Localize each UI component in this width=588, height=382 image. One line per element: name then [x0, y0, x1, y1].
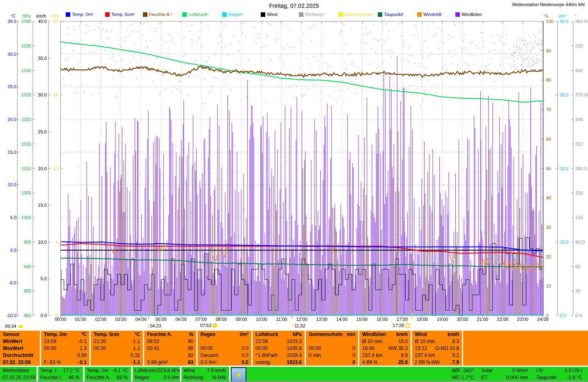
x-tick-label: 07:00: [192, 317, 210, 322]
degrees-tick-label: 300: [575, 68, 588, 73]
x-tick-label: 21:00: [473, 317, 492, 322]
hpa-tick-label: 1020: [16, 117, 31, 122]
table-cell: 02:41: [147, 345, 159, 351]
status-value: N-NW: [212, 375, 226, 380]
table-cell: 07.02. 23:59: [3, 359, 30, 365]
table-cell: -1.1: [131, 339, 140, 344]
table-cell: 4 Bft N: [362, 359, 377, 365]
sunset-icon: [405, 323, 410, 328]
x-tick-label: 23:00: [514, 317, 532, 322]
status-divider: [83, 367, 85, 381]
x-tick-label: 17:00: [393, 317, 411, 322]
celsius-tick-label: 15.0: [2, 150, 16, 155]
table-cell: 237.4 km: [362, 352, 382, 358]
table-cell: O-NO 10.6: [435, 345, 459, 351]
status-value: -0.1 °C: [113, 368, 128, 373]
status-right-group-1: WR342°WC-1.7°C: [449, 367, 474, 381]
status-right-group-2: Solar0 W/m²ET0.000 mm: [479, 367, 531, 381]
lm2-tick-label: 20.0: [560, 166, 574, 171]
table-cell: 8.3: [452, 339, 459, 344]
table-cell: F: 83 %: [44, 359, 61, 365]
table-cell: -0.1: [78, 339, 87, 344]
status-label: Richtung: [184, 375, 203, 380]
x-tick-label: 24:00: [534, 317, 552, 322]
lm2-tick-label: 40.0: [560, 19, 574, 24]
min-tick-label: 15: [44, 92, 58, 97]
hpa-tick-label: 1030: [16, 68, 31, 73]
percent-tick-label: 70: [546, 107, 561, 112]
status-value: 0.0 UV-I: [565, 368, 582, 373]
status-label: Wind: [184, 368, 195, 373]
table-cell: 00:00: [255, 345, 268, 351]
kmh-tick-label: 35.0: [32, 56, 47, 61]
status-value: 1023.6 hPa: [155, 368, 180, 373]
status-value: 0.0 l/m²: [164, 375, 180, 380]
moonset-time: 04:23: [150, 323, 161, 328]
celsius-tick-label: 0.0: [2, 248, 16, 253]
status-cell-2: Temp. I.17.2 °CFeuchte I.46 %: [38, 367, 82, 381]
table-cell: 23:09: [44, 339, 56, 344]
table-cell: °C: [81, 332, 87, 337]
percent-tick-label: 90: [546, 48, 561, 53]
table-cell: 23:12: [415, 345, 427, 351]
x-tick-label: 05:00: [152, 317, 170, 322]
x-tick-label: 04:00: [132, 317, 150, 322]
status-label: 07.02.25 23:59: [2, 375, 35, 380]
hpa-tick-label: 990: [16, 264, 31, 269]
status-value: 342°: [464, 368, 474, 373]
table-cell: 9.9: [401, 352, 408, 358]
celsius-tick-label: 5.0: [2, 215, 16, 220]
table-cell: 00:20: [94, 345, 106, 351]
status-value: -1.7°C: [460, 375, 474, 380]
x-tick-label: 10:00: [253, 317, 271, 322]
table-cell: Sensor: [3, 332, 20, 337]
sunset-time: 17:28: [393, 323, 404, 328]
x-tick-label: 20:00: [453, 317, 471, 322]
table-cell: 0: [352, 345, 355, 351]
hpa-tick-label: 1035: [16, 43, 31, 48]
min-tick-label: 10: [44, 166, 58, 171]
x-tick-label: 06:00: [172, 317, 190, 322]
percent-tick-label: 80: [546, 78, 561, 82]
status-label: Feuchte A.: [87, 375, 110, 380]
x-tick-label: 19:00: [433, 317, 451, 322]
moon-time-label: 09:34: [5, 324, 16, 329]
degrees-tick-label: 60: [575, 264, 588, 269]
status-value: 46 %: [69, 375, 80, 380]
table-cell: 0.0: [241, 359, 248, 365]
status-label: Luftdruck: [135, 368, 155, 373]
hpa-tick-label: 1005: [16, 190, 31, 195]
table-cell: hPa: [293, 332, 302, 337]
status-value: 7.9 km/h: [207, 368, 226, 373]
degrees-tick-label: 330: [575, 43, 588, 48]
table-cell: 1.3: [80, 345, 87, 351]
status-cell-3: Temp. 2m-0.1 °CFeuchte A.83 %: [84, 367, 130, 381]
arrow-down-icon: ↓: [147, 323, 149, 329]
table-column-wind: Windkm/hØ 10 min.8.323:12O-NO 10.6237.4 …: [412, 331, 462, 366]
hpa-tick-label: 1010: [16, 166, 31, 171]
degrees-tick-label: 0 N: [575, 313, 588, 318]
table-cell: 3.99 g/m³: [147, 359, 168, 365]
table-cell: 82: [188, 352, 193, 358]
table-cell: Regen: [200, 332, 216, 337]
sunrise-marker: 07:53: [200, 323, 217, 328]
status-cell-5: Wind7.9 km/hRichtungN-NW: [181, 367, 228, 381]
degrees-tick-label: 120: [575, 215, 588, 220]
hpa-tick-label: 1040: [16, 19, 31, 24]
x-tick-label: 16:00: [373, 317, 391, 322]
table-cell: Gesamt:: [200, 352, 219, 358]
table-cell: 15.0: [398, 339, 408, 344]
degrees-tick-label: 180 S: [575, 166, 588, 171]
table-column-sonnenschein: Sonnenscheinmin00:0000 min.00: [306, 331, 358, 366]
table-cell: ^1.6hPa/h: [255, 352, 278, 358]
table-cell: 0.0: [241, 352, 248, 358]
moonset-marker: ↓ 04:23: [147, 323, 161, 329]
kmh-tick-label: 25.0: [32, 129, 47, 134]
degrees-tick-label: 360 N: [575, 19, 588, 24]
table-cell: Temp. 5cm: [94, 332, 119, 337]
table-cell: 16:45: [362, 345, 374, 351]
status-label: Temp. 2m: [87, 368, 108, 373]
table-cell: 5.2: [452, 352, 459, 358]
table-cell: 1028.4: [287, 352, 302, 358]
table-column-regen: Regenl/m²00:000.0Gesamt:0.00.0 l/m²0.0: [198, 331, 251, 366]
